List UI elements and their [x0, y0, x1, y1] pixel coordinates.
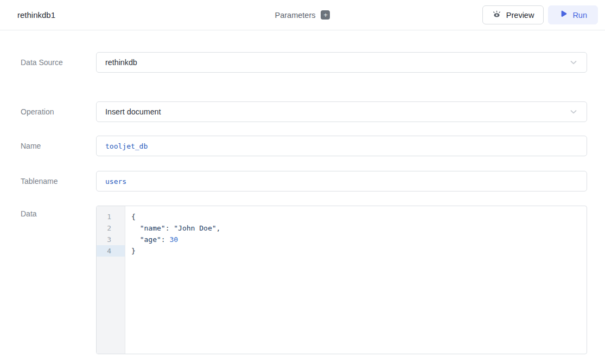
operation-row: Operation Insert document: [21, 101, 587, 122]
tablename-label: Tablename: [21, 177, 96, 186]
code-token-punct: ,: [216, 224, 221, 232]
code-token-punct: :: [165, 224, 174, 232]
data-row: Data 1234 { "name": "John Doe", "age": 3…: [21, 206, 587, 354]
code-line: }: [131, 245, 587, 257]
name-row: Name tooljet_db: [21, 136, 587, 156]
data-source-row: Data Source rethinkdb: [21, 52, 587, 73]
operation-select[interactable]: Insert document: [96, 101, 587, 122]
line-number: 2: [97, 222, 125, 234]
data-source-select[interactable]: rethinkdb: [96, 52, 587, 73]
code-line: "age": 30: [131, 234, 587, 245]
name-input[interactable]: tooljet_db: [96, 136, 587, 156]
tablename-input[interactable]: users: [96, 171, 587, 191]
run-button-label: Run: [572, 11, 587, 20]
code-token-plain: [131, 224, 140, 232]
add-parameter-button[interactable]: +: [321, 10, 330, 20]
header-actions: Preview Run: [482, 5, 598, 24]
plus-icon: +: [323, 11, 328, 19]
code-token-punct: {: [131, 213, 136, 221]
parameters-section: Parameters +: [259, 10, 346, 20]
operation-value: Insert document: [105, 107, 161, 116]
code-line: {: [131, 211, 587, 222]
eye-icon: [492, 10, 501, 21]
code-token-number: 30: [169, 235, 178, 244]
editor-code: { "name": "John Doe", "age": 30}: [125, 206, 587, 354]
preview-button-label: Preview: [506, 11, 534, 20]
line-number: 3: [97, 234, 125, 245]
data-source-label: Data Source: [21, 58, 96, 67]
code-token-string: "John Doe": [174, 224, 216, 232]
preview-button[interactable]: Preview: [482, 5, 544, 24]
code-token-punct: }: [131, 247, 136, 255]
code-token-string: "name": [140, 224, 165, 232]
data-source-value: rethinkdb: [105, 58, 137, 67]
line-number: 1: [97, 211, 125, 222]
run-button[interactable]: Run: [548, 5, 598, 24]
query-title: rethinkdb1: [17, 10, 55, 20]
tablename-input-value: users: [105, 177, 126, 186]
tablename-row: Tablename users: [21, 171, 587, 191]
data-code-editor[interactable]: 1234 { "name": "John Doe", "age": 30}: [96, 206, 587, 354]
query-editor-header: rethinkdb1 Parameters + Preview Ru: [0, 0, 605, 30]
name-input-value: tooljet_db: [105, 142, 148, 150]
code-token-punct: :: [161, 235, 170, 244]
line-number: 4: [97, 245, 125, 257]
data-label: Data: [21, 206, 96, 218]
play-icon: [559, 10, 568, 20]
chevron-down-icon: [569, 58, 578, 67]
parameters-label: Parameters: [275, 11, 316, 20]
code-line: "name": "John Doe",: [131, 222, 587, 234]
chevron-down-icon: [569, 107, 578, 116]
name-label: Name: [21, 142, 96, 150]
operation-label: Operation: [21, 107, 96, 116]
editor-gutter: 1234: [97, 206, 125, 354]
code-token-string: "age": [140, 235, 161, 244]
code-token-plain: [131, 235, 140, 244]
